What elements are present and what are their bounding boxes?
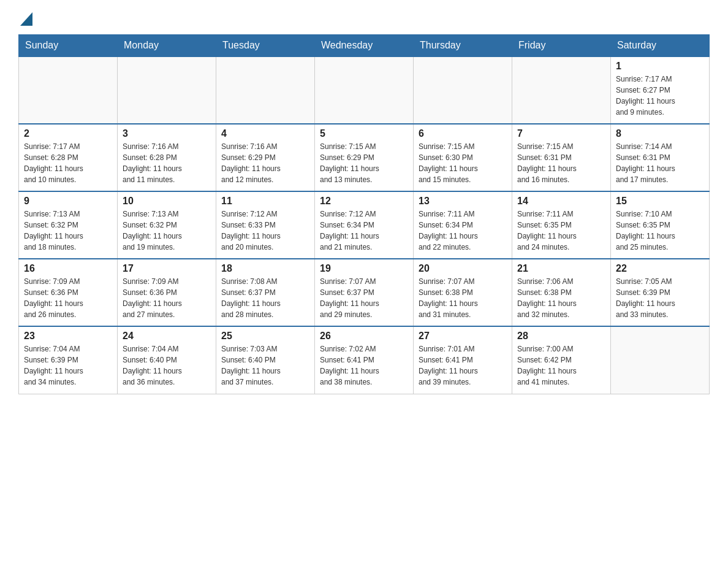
day-number: 3 [123, 128, 211, 139]
day-number: 14 [517, 196, 605, 207]
calendar-header-row: SundayMondayTuesdayWednesdayThursdayFrid… [19, 35, 710, 57]
calendar-cell: 10Sunrise: 7:13 AM Sunset: 6:32 PM Dayli… [118, 191, 216, 259]
day-info: Sunrise: 7:06 AM Sunset: 6:38 PM Dayligh… [517, 276, 605, 320]
calendar-week-row: 9Sunrise: 7:13 AM Sunset: 6:32 PM Daylig… [19, 191, 710, 259]
day-info: Sunrise: 7:04 AM Sunset: 6:40 PM Dayligh… [123, 343, 211, 388]
logo-triangle-icon [20, 12, 32, 26]
calendar-cell: 23Sunrise: 7:04 AM Sunset: 6:39 PM Dayli… [19, 326, 118, 394]
day-info: Sunrise: 7:07 AM Sunset: 6:37 PM Dayligh… [320, 276, 408, 320]
calendar-cell: 18Sunrise: 7:08 AM Sunset: 6:37 PM Dayli… [216, 259, 315, 326]
day-info: Sunrise: 7:14 AM Sunset: 6:31 PM Dayligh… [616, 141, 704, 185]
day-number: 5 [320, 128, 408, 139]
day-number: 4 [221, 128, 309, 139]
calendar-cell: 2Sunrise: 7:17 AM Sunset: 6:28 PM Daylig… [19, 124, 118, 191]
calendar-cell: 1Sunrise: 7:17 AM Sunset: 6:27 PM Daylig… [611, 56, 710, 124]
day-header-sunday: Sunday [19, 35, 118, 57]
day-number: 21 [517, 263, 605, 274]
calendar-body: 1Sunrise: 7:17 AM Sunset: 6:27 PM Daylig… [19, 56, 710, 394]
calendar-cell: 12Sunrise: 7:12 AM Sunset: 6:34 PM Dayli… [315, 191, 414, 259]
day-number: 19 [320, 263, 408, 274]
day-info: Sunrise: 7:01 AM Sunset: 6:41 PM Dayligh… [419, 343, 507, 388]
day-info: Sunrise: 7:15 AM Sunset: 6:29 PM Dayligh… [320, 141, 408, 185]
day-info: Sunrise: 7:13 AM Sunset: 6:32 PM Dayligh… [123, 209, 211, 253]
calendar-week-row: 1Sunrise: 7:17 AM Sunset: 6:27 PM Daylig… [19, 56, 710, 124]
day-number: 27 [419, 331, 507, 342]
calendar-cell: 28Sunrise: 7:00 AM Sunset: 6:42 PM Dayli… [512, 326, 611, 394]
day-number: 28 [517, 331, 605, 342]
day-number: 17 [123, 263, 211, 274]
day-number: 6 [419, 128, 507, 139]
calendar-cell: 26Sunrise: 7:02 AM Sunset: 6:41 PM Dayli… [315, 326, 414, 394]
day-info: Sunrise: 7:11 AM Sunset: 6:35 PM Dayligh… [517, 209, 605, 253]
day-info: Sunrise: 7:16 AM Sunset: 6:29 PM Dayligh… [221, 141, 309, 185]
day-number: 2 [24, 128, 112, 139]
calendar-cell [414, 56, 512, 124]
calendar-cell: 21Sunrise: 7:06 AM Sunset: 6:38 PM Dayli… [512, 259, 611, 326]
calendar-cell: 6Sunrise: 7:15 AM Sunset: 6:30 PM Daylig… [414, 124, 512, 191]
day-info: Sunrise: 7:00 AM Sunset: 6:42 PM Dayligh… [517, 343, 605, 388]
day-number: 9 [24, 196, 112, 207]
day-info: Sunrise: 7:12 AM Sunset: 6:33 PM Dayligh… [221, 209, 309, 253]
day-header-monday: Monday [118, 35, 216, 57]
calendar-cell [19, 56, 118, 124]
calendar-week-row: 2Sunrise: 7:17 AM Sunset: 6:28 PM Daylig… [19, 124, 710, 191]
svg-marker-0 [20, 12, 32, 26]
day-header-tuesday: Tuesday [216, 35, 315, 57]
day-number: 22 [616, 263, 704, 274]
day-number: 26 [320, 331, 408, 342]
calendar-table: SundayMondayTuesdayWednesdayThursdayFrid… [18, 34, 710, 394]
day-number: 24 [123, 331, 211, 342]
day-info: Sunrise: 7:13 AM Sunset: 6:32 PM Dayligh… [24, 209, 112, 253]
day-info: Sunrise: 7:11 AM Sunset: 6:34 PM Dayligh… [419, 209, 507, 253]
day-info: Sunrise: 7:03 AM Sunset: 6:40 PM Dayligh… [221, 343, 309, 388]
day-info: Sunrise: 7:07 AM Sunset: 6:38 PM Dayligh… [419, 276, 507, 320]
day-number: 23 [24, 331, 112, 342]
calendar-cell: 22Sunrise: 7:05 AM Sunset: 6:39 PM Dayli… [611, 259, 710, 326]
day-header-thursday: Thursday [414, 35, 512, 57]
calendar-cell: 3Sunrise: 7:16 AM Sunset: 6:28 PM Daylig… [118, 124, 216, 191]
calendar-cell: 11Sunrise: 7:12 AM Sunset: 6:33 PM Dayli… [216, 191, 315, 259]
day-info: Sunrise: 7:12 AM Sunset: 6:34 PM Dayligh… [320, 209, 408, 253]
day-info: Sunrise: 7:16 AM Sunset: 6:28 PM Dayligh… [123, 141, 211, 185]
calendar-cell [315, 56, 414, 124]
calendar-cell: 15Sunrise: 7:10 AM Sunset: 6:35 PM Dayli… [611, 191, 710, 259]
day-number: 25 [221, 331, 309, 342]
day-info: Sunrise: 7:09 AM Sunset: 6:36 PM Dayligh… [123, 276, 211, 320]
calendar-cell: 24Sunrise: 7:04 AM Sunset: 6:40 PM Dayli… [118, 326, 216, 394]
day-info: Sunrise: 7:10 AM Sunset: 6:35 PM Dayligh… [616, 209, 704, 253]
calendar-cell: 17Sunrise: 7:09 AM Sunset: 6:36 PM Dayli… [118, 259, 216, 326]
calendar-cell: 25Sunrise: 7:03 AM Sunset: 6:40 PM Dayli… [216, 326, 315, 394]
calendar-cell: 13Sunrise: 7:11 AM Sunset: 6:34 PM Dayli… [414, 191, 512, 259]
day-number: 20 [419, 263, 507, 274]
day-info: Sunrise: 7:02 AM Sunset: 6:41 PM Dayligh… [320, 343, 408, 388]
calendar-cell: 7Sunrise: 7:15 AM Sunset: 6:31 PM Daylig… [512, 124, 611, 191]
day-header-saturday: Saturday [611, 35, 710, 57]
page-header [18, 12, 710, 28]
day-info: Sunrise: 7:05 AM Sunset: 6:39 PM Dayligh… [616, 276, 704, 320]
day-info: Sunrise: 7:15 AM Sunset: 6:30 PM Dayligh… [419, 141, 507, 185]
day-number: 12 [320, 196, 408, 207]
day-number: 18 [221, 263, 309, 274]
day-info: Sunrise: 7:15 AM Sunset: 6:31 PM Dayligh… [517, 141, 605, 185]
day-number: 1 [616, 61, 704, 72]
day-number: 16 [24, 263, 112, 274]
calendar-cell: 27Sunrise: 7:01 AM Sunset: 6:41 PM Dayli… [414, 326, 512, 394]
day-info: Sunrise: 7:08 AM Sunset: 6:37 PM Dayligh… [221, 276, 309, 320]
day-info: Sunrise: 7:09 AM Sunset: 6:36 PM Dayligh… [24, 276, 112, 320]
day-number: 11 [221, 196, 309, 207]
day-number: 15 [616, 196, 704, 207]
day-info: Sunrise: 7:17 AM Sunset: 6:28 PM Dayligh… [24, 141, 112, 185]
calendar-cell: 9Sunrise: 7:13 AM Sunset: 6:32 PM Daylig… [19, 191, 118, 259]
day-header-wednesday: Wednesday [315, 35, 414, 57]
calendar-cell: 19Sunrise: 7:07 AM Sunset: 6:37 PM Dayli… [315, 259, 414, 326]
calendar-cell: 14Sunrise: 7:11 AM Sunset: 6:35 PM Dayli… [512, 191, 611, 259]
calendar-week-row: 23Sunrise: 7:04 AM Sunset: 6:39 PM Dayli… [19, 326, 710, 394]
calendar-cell: 5Sunrise: 7:15 AM Sunset: 6:29 PM Daylig… [315, 124, 414, 191]
calendar-cell [216, 56, 315, 124]
calendar-cell [118, 56, 216, 124]
calendar-cell: 8Sunrise: 7:14 AM Sunset: 6:31 PM Daylig… [611, 124, 710, 191]
day-number: 13 [419, 196, 507, 207]
calendar-cell: 4Sunrise: 7:16 AM Sunset: 6:29 PM Daylig… [216, 124, 315, 191]
day-header-friday: Friday [512, 35, 611, 57]
logo [18, 12, 32, 28]
